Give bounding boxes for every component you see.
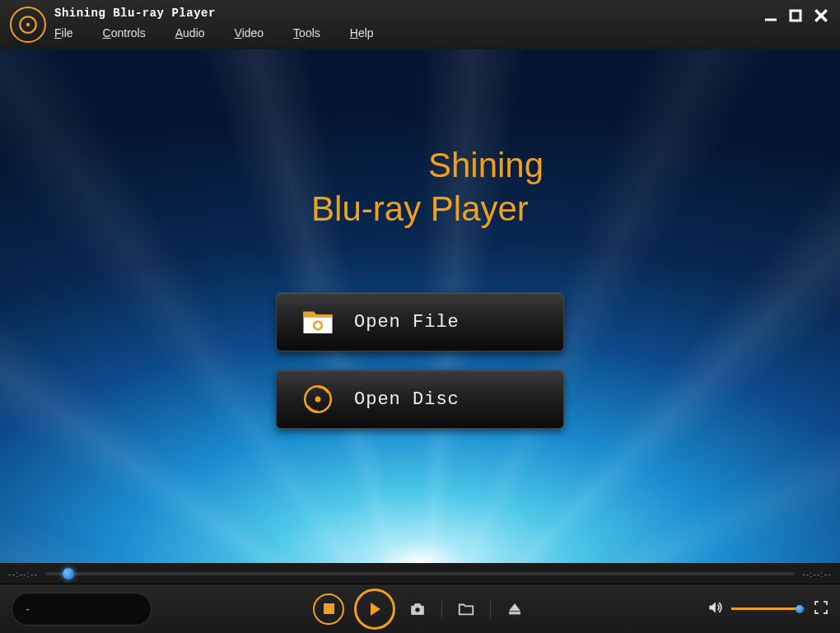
svg-rect-8 — [315, 324, 321, 328]
open-buttons: Open File Open Disc — [276, 292, 564, 429]
menu-audio[interactable]: Audio — [175, 26, 205, 40]
fullscreen-button[interactable] — [814, 600, 828, 618]
open-folder-button[interactable] — [454, 597, 478, 621]
menubar: File Controls Audio Video Tools Help — [54, 26, 833, 40]
volume-fill — [731, 607, 800, 610]
app-title: Shining Blu-ray Player — [54, 7, 833, 20]
seek-slider[interactable] — [46, 572, 794, 575]
maximize-icon[interactable] — [789, 9, 802, 26]
minimize-icon[interactable] — [764, 9, 777, 26]
eject-button[interactable] — [502, 597, 527, 621]
playback-controls — [313, 589, 527, 630]
controls-row: - — [0, 584, 840, 633]
volume-thumb[interactable] — [796, 605, 804, 613]
snapshot-button[interactable] — [405, 597, 430, 621]
volume-slider[interactable] — [731, 607, 805, 610]
folder-icon — [298, 302, 338, 342]
app-window: Shining Blu-ray Player File Controls Aud… — [0, 0, 840, 633]
svg-rect-13 — [510, 612, 520, 613]
play-button[interactable] — [354, 589, 395, 630]
app-logo — [10, 7, 46, 43]
time-current: --:--:-- — [8, 569, 38, 579]
open-disc-label: Open Disc — [354, 389, 460, 410]
window-controls — [764, 8, 828, 26]
svg-rect-11 — [324, 603, 334, 614]
disc-icon — [298, 379, 338, 419]
seek-thumb[interactable] — [63, 568, 74, 579]
separator — [490, 600, 491, 618]
right-controls — [707, 599, 828, 619]
time-total: --:--:-- — [802, 569, 832, 579]
seek-row: --:--:-- --:--:-- — [0, 563, 840, 584]
brand-text: Shining Blu-ray Player — [296, 144, 544, 230]
titlebar: Shining Blu-ray Player File Controls Aud… — [0, 0, 840, 49]
svg-point-10 — [315, 397, 321, 403]
status-text: - — [26, 603, 30, 616]
video-area: Shining Blu-ray Player Open File Open Di… — [0, 49, 840, 563]
volume-icon[interactable] — [707, 599, 723, 619]
menu-file[interactable]: File — [54, 26, 73, 40]
open-disc-button[interactable]: Open Disc — [276, 370, 564, 429]
status-display: - — [12, 593, 152, 626]
svg-rect-3 — [791, 11, 800, 21]
close-icon[interactable] — [814, 8, 828, 26]
open-file-label: Open File — [354, 312, 460, 333]
svg-point-1 — [26, 23, 30, 26]
stop-button[interactable] — [313, 593, 344, 625]
menu-controls[interactable]: Controls — [103, 26, 146, 40]
menu-tools[interactable]: Tools — [293, 26, 320, 40]
playback-bar: --:--:-- --:--:-- - — [0, 563, 840, 633]
separator — [441, 600, 442, 618]
menu-video[interactable]: Video — [235, 26, 264, 40]
svg-point-12 — [415, 607, 420, 612]
brand-line1: Shining — [428, 144, 544, 188]
brand-line2: Blu-ray Player — [296, 188, 544, 231]
open-file-button[interactable]: Open File — [276, 292, 564, 351]
menu-help[interactable]: Help — [350, 26, 374, 40]
